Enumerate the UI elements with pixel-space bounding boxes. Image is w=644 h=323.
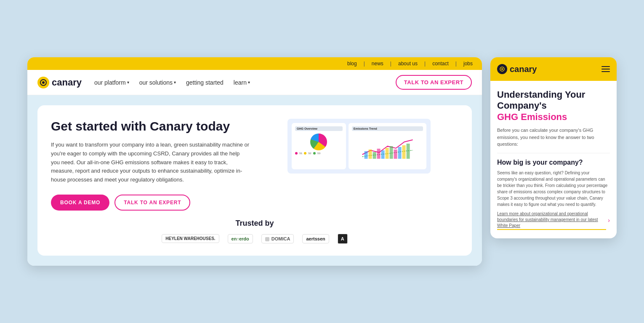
hero-content-row: Get started with Canary today If you wan…	[51, 119, 458, 211]
mobile-main-desc: Before you can calculate your company's …	[497, 127, 610, 148]
mobile-panel: canary Understanding Your Company's GHG …	[490, 57, 617, 238]
svg-rect-9	[394, 149, 397, 159]
talk-to-expert-hero-button[interactable]: TALK TO AN EXPERT	[114, 195, 190, 211]
company-logos-row: HEYLEN WAREHOUSES. en↑erdo DOMICA aertss…	[51, 234, 458, 244]
enserdo-logo: en↑erdo	[228, 234, 253, 243]
svg-rect-5	[377, 149, 380, 159]
mobile-title-highlight: GHG Emissions	[497, 112, 567, 122]
logo-icon	[37, 77, 49, 88]
chart-legend: S1 S2 S3	[295, 152, 343, 155]
svg-rect-8	[389, 146, 393, 159]
svg-point-15	[501, 68, 503, 70]
mobile-logo-text: canary	[510, 64, 537, 74]
separator-2: |	[388, 61, 394, 67]
mobile-logo[interactable]: canary	[497, 64, 537, 74]
svg-rect-2	[364, 151, 367, 159]
trusted-section: Trusted by HEYLEN WAREHOUSES. en↑erdo DO…	[51, 219, 458, 244]
chevron-down-icon: ▾	[127, 80, 129, 85]
svg-rect-6	[381, 150, 384, 159]
main-navigation: canary our platform ▾ our solutions ▾ ge…	[27, 70, 482, 95]
pie-chart	[310, 133, 327, 150]
aertssen-logo: aertssen	[302, 234, 329, 243]
browser-window: blog | news | about us | contact | jobs	[27, 57, 482, 266]
hero-card: Get started with Canary today If you wan…	[37, 105, 472, 256]
nav-links: our platform ▾ our solutions ▾ getting s…	[94, 79, 396, 86]
logo-text: canary	[52, 77, 82, 88]
contact-link[interactable]: contact	[430, 61, 451, 67]
mobile-main-title: Understanding Your Company's GHG Emissio…	[497, 89, 610, 123]
mobile-top-bar: canary	[490, 57, 617, 81]
blog-link[interactable]: blog	[345, 61, 359, 67]
jobs-link[interactable]: jobs	[461, 61, 475, 67]
hero-text: Get started with Canary today If you wan…	[51, 119, 250, 211]
heylen-logo: HEYLEN WAREHOUSES.	[162, 234, 219, 243]
mobile-content: Understanding Your Company's GHG Emissio…	[490, 81, 617, 238]
chevron-down-icon: ▾	[248, 80, 250, 85]
legend-dot-1	[295, 152, 298, 155]
svg-rect-10	[398, 147, 401, 159]
line-chart	[352, 133, 423, 159]
nav-item-learn[interactable]: learn ▾	[234, 79, 250, 86]
hamburger-menu[interactable]	[601, 66, 610, 72]
hero-section: Get started with Canary today If you wan…	[27, 95, 482, 266]
trusted-title: Trusted by	[51, 219, 458, 228]
hero-buttons: BOOK A DEMO TALK TO AN EXPERT	[51, 195, 250, 211]
domica-logo: DOMICA	[261, 234, 294, 243]
chevron-down-icon: ▾	[174, 80, 176, 85]
legend-dot-3	[313, 152, 316, 155]
legend-dot-2	[304, 152, 306, 155]
svg-rect-7	[385, 148, 389, 159]
svg-rect-12	[406, 144, 410, 159]
svg-point-1	[42, 81, 45, 84]
mobile-section-title: How big is your company?	[497, 158, 610, 166]
dashboard-panel-2: Emissions Trend	[349, 123, 426, 169]
about-link[interactable]: about us	[396, 61, 420, 67]
logo-a: A	[338, 234, 348, 244]
mobile-link-row: Learn more about organizational and oper…	[497, 211, 610, 230]
panel-title-2: Emissions Trend	[352, 126, 423, 131]
hamburger-line-2	[601, 69, 610, 69]
svg-rect-4	[373, 152, 376, 159]
hero-image: GHG Overview S1 S2 S3	[260, 119, 458, 174]
svg-rect-11	[402, 145, 405, 159]
nav-item-getting-started[interactable]: getting started	[186, 79, 224, 86]
svg-rect-3	[368, 149, 372, 159]
separator-1: |	[361, 61, 367, 67]
hero-title: Get started with Canary today	[51, 119, 250, 134]
hero-description: If you want to transform your company in…	[51, 141, 250, 184]
talk-to-expert-button[interactable]: TALK TO AN EXPERT	[396, 75, 472, 90]
hamburger-line-3	[601, 71, 610, 72]
book-demo-button[interactable]: BOOK A DEMO	[51, 195, 109, 211]
separator-3: |	[422, 61, 428, 67]
news-link[interactable]: news	[369, 61, 386, 67]
arrow-right-icon: ›	[608, 217, 610, 224]
top-navigation: blog | news | about us | contact | jobs	[345, 61, 475, 67]
panel-title-1: GHG Overview	[295, 126, 343, 131]
mobile-divider	[497, 153, 610, 153]
svg-rect-13	[265, 237, 269, 241]
mobile-logo-icon	[497, 64, 507, 74]
dashboard-panel-1: GHG Overview S1 S2 S3	[292, 123, 346, 169]
dashboard-background: GHG Overview S1 S2 S3	[287, 119, 431, 174]
dashboard-mockup: GHG Overview S1 S2 S3	[287, 119, 431, 174]
mobile-section-desc: Seems like an easy question, right? Defi…	[497, 170, 610, 208]
top-bar: blog | news | about us | contact | jobs	[27, 57, 482, 70]
nav-item-platform[interactable]: our platform ▾	[94, 79, 129, 86]
hamburger-line-1	[601, 66, 610, 67]
mobile-whitepaper-link[interactable]: Learn more about organizational and oper…	[497, 211, 606, 230]
nav-item-solutions[interactable]: our solutions ▾	[139, 79, 176, 86]
logo[interactable]: canary	[37, 77, 82, 88]
separator-4: |	[453, 61, 459, 67]
